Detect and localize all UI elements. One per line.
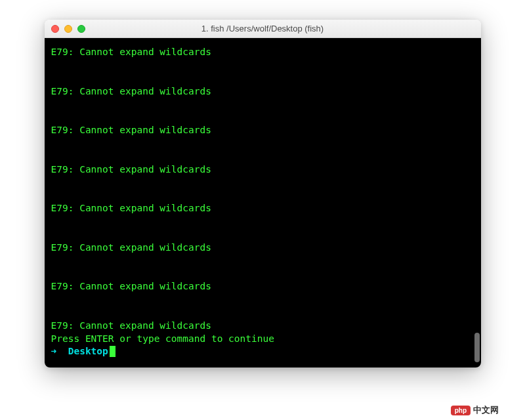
titlebar[interactable]: 1. fish /Users/wolf/Desktop (fish) bbox=[45, 20, 481, 38]
error-line: E79: Cannot expand wildcards bbox=[51, 46, 474, 59]
terminal-window: 1. fish /Users/wolf/Desktop (fish) E79: … bbox=[45, 20, 481, 368]
error-line: E79: Cannot expand wildcards bbox=[51, 242, 474, 255]
prompt-cwd: Desktop bbox=[68, 345, 108, 358]
scrollbar[interactable] bbox=[474, 333, 480, 362]
press-enter-line: Press ENTER or type command to continue bbox=[51, 333, 474, 346]
close-icon[interactable] bbox=[51, 25, 59, 33]
maximize-icon[interactable] bbox=[77, 25, 85, 33]
watermark-text: 中文网 bbox=[473, 404, 499, 416]
traffic-lights bbox=[51, 25, 85, 33]
terminal-body[interactable]: E79: Cannot expand wildcards E79: Cannot… bbox=[45, 38, 481, 368]
error-line: E79: Cannot expand wildcards bbox=[51, 124, 474, 137]
error-line: E79: Cannot expand wildcards bbox=[51, 202, 474, 215]
watermark-badge: php bbox=[451, 406, 471, 415]
prompt-arrow-icon: ➜ bbox=[51, 345, 68, 358]
minimize-icon[interactable] bbox=[64, 25, 72, 33]
error-line: E79: Cannot expand wildcards bbox=[51, 85, 474, 98]
error-line: E79: Cannot expand wildcards bbox=[51, 163, 474, 177]
error-line: E79: Cannot expand wildcards bbox=[51, 320, 474, 333]
window-title: 1. fish /Users/wolf/Desktop (fish) bbox=[45, 24, 481, 33]
error-line: E79: Cannot expand wildcards bbox=[51, 280, 474, 293]
watermark: php 中文网 bbox=[451, 404, 499, 416]
prompt-line[interactable]: ➜ Desktop bbox=[51, 345, 474, 358]
cursor-icon bbox=[110, 346, 116, 357]
